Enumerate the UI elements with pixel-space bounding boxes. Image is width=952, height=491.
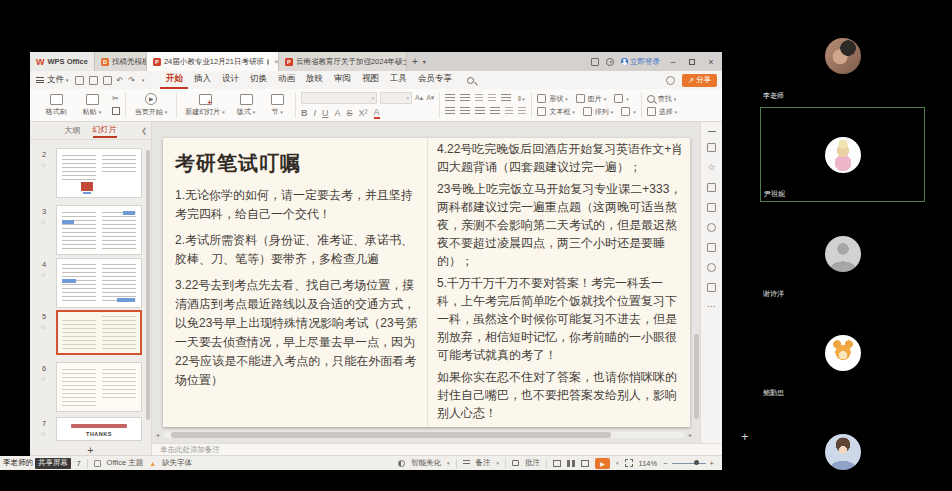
star-icon[interactable]: ☆ <box>40 375 46 383</box>
merge-shapes-button[interactable]: ▾ <box>621 107 636 117</box>
export-icon[interactable] <box>103 76 112 85</box>
collapse-strip-icon[interactable] <box>708 131 716 132</box>
panel-scrollbar[interactable] <box>146 150 150 448</box>
tab-document-3[interactable]: P 云南省教育厅关于加强2024年硕士研 <box>279 52 407 71</box>
office-theme-label[interactable]: Office 主题 <box>107 458 144 468</box>
bold-button[interactable]: B <box>301 108 308 118</box>
more-icon[interactable]: ⋯ <box>707 303 716 311</box>
select-button[interactable]: 选择 ▾ <box>647 107 677 117</box>
find-button[interactable]: 查找 ▾ <box>647 94 677 104</box>
slide-thumbnail-4[interactable] <box>56 258 142 308</box>
ribbon-tab-home[interactable]: 开始 <box>160 71 188 89</box>
numbered-list-icon[interactable] <box>460 94 470 103</box>
slide-sorter-view-icon[interactable] <box>567 460 575 467</box>
picture-button[interactable]: 图片 ▾ <box>576 94 606 104</box>
star-icon[interactable]: ☆ <box>40 161 46 169</box>
shapes-panel-icon[interactable] <box>707 183 716 192</box>
login-button[interactable]: 立即登录 <box>621 57 660 67</box>
format-painter-button[interactable]: 格式刷 <box>38 94 74 117</box>
ribbon-tab-transitions[interactable]: 切换 <box>244 71 272 89</box>
strikethrough-button[interactable]: S <box>347 108 353 118</box>
save-icon[interactable] <box>75 76 84 85</box>
tab-document-2-active[interactable]: P 24届小教专业12月21日考研班 × <box>147 52 279 71</box>
section-button[interactable]: 节 ▾ <box>264 94 290 117</box>
template-panel-icon[interactable] <box>707 283 716 292</box>
zoom-in-icon[interactable]: + <box>710 459 714 468</box>
slide-thumbnail-2[interactable] <box>56 148 142 198</box>
slide-thumbnail-7[interactable]: THANKS <box>56 417 142 441</box>
align-left-icon[interactable] <box>445 107 455 116</box>
reading-view-icon[interactable] <box>581 460 589 467</box>
favorites-star-icon[interactable]: ☆ <box>707 163 715 172</box>
cut-icon[interactable]: ✂ <box>112 95 120 103</box>
share-button[interactable]: ↗ 分享 <box>682 74 717 87</box>
participant-tile-3[interactable]: 谢诗洋 <box>760 206 925 301</box>
workspace-icon[interactable] <box>591 58 599 66</box>
comments-button[interactable]: 批注 <box>525 458 540 468</box>
slide-right-textbox[interactable]: 4.22号吃完晚饭后回酒店开始复习英语作文+肖四大题背诵（四套题建议过完一遍）；… <box>437 140 685 426</box>
quickbar-dropdown-icon[interactable]: ▾ <box>142 77 145 83</box>
slide-thumbnail-3[interactable] <box>56 205 142 255</box>
vertical-scrollbar[interactable] <box>694 124 699 424</box>
ribbon-tab-design[interactable]: 设计 <box>216 71 244 89</box>
participant-tile-5[interactable] <box>760 404 925 491</box>
image-panel-icon[interactable] <box>707 203 716 212</box>
increase-indent-icon[interactable] <box>488 94 496 103</box>
ribbon-tab-animation[interactable]: 动画 <box>272 71 300 89</box>
font-color-button[interactable]: A <box>374 107 380 119</box>
close-window-button[interactable]: × <box>705 57 717 67</box>
tab-document-1[interactable]: D 找稿壳模板 <box>95 52 147 71</box>
play-options-icon[interactable]: ▾ <box>616 460 619 466</box>
sidebar-add-icon[interactable]: + <box>741 429 749 444</box>
icon-library-button[interactable]: ▾ <box>614 94 629 104</box>
columns-icon[interactable] <box>505 107 513 116</box>
zoom-level[interactable]: 114% <box>639 459 658 468</box>
reading-panel-icon[interactable] <box>707 243 716 252</box>
participant-tile-2-speaking[interactable]: 尹祖妮 <box>760 107 925 202</box>
star-icon[interactable]: ☆ <box>40 430 46 438</box>
underline-button[interactable]: U <box>322 108 329 118</box>
textbox-button[interactable]: 文本框 ▾ <box>537 107 574 117</box>
normal-view-icon[interactable] <box>553 460 561 467</box>
slide-thumbnail-5-selected[interactable] <box>56 310 142 355</box>
ribbon-tab-member[interactable]: 会员专享 <box>412 71 457 89</box>
bullet-list-icon[interactable] <box>445 94 455 103</box>
tab-wps-home[interactable]: W WPS Office <box>30 52 95 71</box>
ribbon-tab-slideshow[interactable]: 放映 <box>300 71 328 89</box>
scroll-right-icon[interactable]: ▸ <box>685 431 692 438</box>
new-tab-button[interactable]: + <box>407 52 423 71</box>
settings-gear-icon[interactable] <box>606 58 614 66</box>
shapes-button[interactable]: 形状 ▾ <box>537 94 567 104</box>
close-tab-icon[interactable]: × <box>272 57 279 66</box>
notes-toggle-button[interactable]: 备注 <box>476 458 491 468</box>
participant-tile-4[interactable]: 鲍勤思 <box>760 305 925 400</box>
increase-font-icon[interactable]: A▴ <box>415 94 423 102</box>
decrease-font-icon[interactable]: A▾ <box>426 94 434 102</box>
collapse-panel-icon[interactable]: ❮ <box>141 127 147 135</box>
zoom-out-icon[interactable]: − <box>663 459 667 468</box>
tab-list-dropdown-icon[interactable]: ▾ <box>423 52 426 71</box>
maximize-button[interactable] <box>686 57 698 67</box>
help-icon[interactable] <box>707 263 716 272</box>
star-icon[interactable]: ☆ <box>40 323 46 331</box>
missing-fonts-label[interactable]: 缺失字体 <box>162 458 192 468</box>
properties-icon[interactable] <box>707 143 716 152</box>
arrange-button[interactable]: 排列 ▾ <box>583 107 613 117</box>
font-size-select[interactable] <box>380 92 412 104</box>
redo-icon[interactable]: ↷ <box>128 76 135 85</box>
smart-typeset-icon[interactable] <box>518 107 526 116</box>
slide-thumbnail-6[interactable] <box>56 362 142 412</box>
play-from-current-button[interactable]: 当页开始 ▾ <box>131 93 171 117</box>
participant-tile-1[interactable]: 李老师 <box>760 8 925 103</box>
justify-icon[interactable] <box>490 107 500 116</box>
align-center-icon[interactable] <box>460 107 470 116</box>
line-spacing-icon[interactable]: ⇕▾ <box>516 95 524 103</box>
superscript-button[interactable]: X² <box>359 108 368 118</box>
slides-tab[interactable]: 幻灯片 <box>93 124 117 138</box>
ribbon-tab-insert[interactable]: 插入 <box>188 71 216 89</box>
italic-button[interactable]: I <box>314 108 317 118</box>
star-icon[interactable]: ☆ <box>40 271 46 279</box>
zoom-slider[interactable] <box>672 463 706 464</box>
print-icon[interactable] <box>89 76 98 85</box>
minimize-button[interactable]: – <box>667 57 679 67</box>
